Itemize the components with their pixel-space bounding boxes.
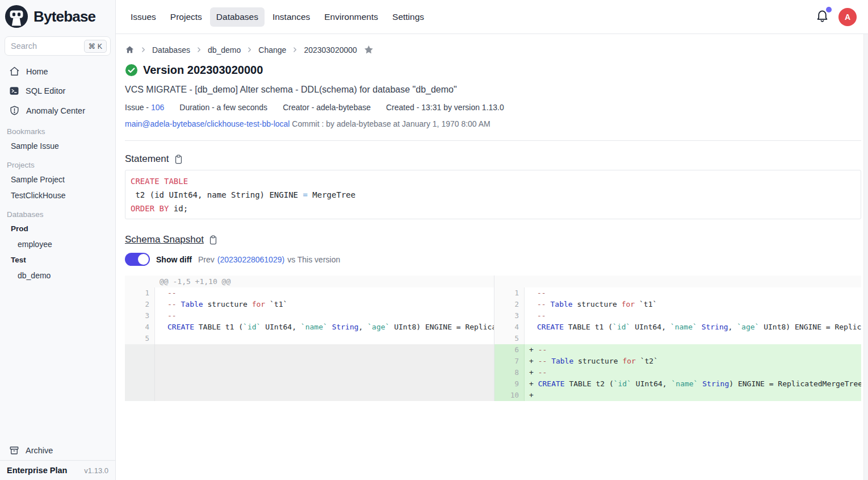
top-navigation: IssuesProjectsDatabasesInstancesEnvironm… bbox=[116, 0, 868, 34]
main-content: Databasesdb_demoChange202303020000 Versi… bbox=[116, 34, 868, 480]
tab-settings[interactable]: Settings bbox=[386, 7, 430, 27]
diff-line-code: + -- Table structure for `t2` bbox=[525, 356, 861, 367]
sidebar-item-label: Home bbox=[26, 67, 48, 76]
bookmark-star-icon[interactable] bbox=[363, 44, 374, 55]
sidebar-item-db-demo[interactable]: db_demo bbox=[0, 268, 115, 283]
diff-line-number: 7 bbox=[494, 356, 525, 367]
chevron-right-icon bbox=[246, 46, 253, 53]
chevron-right-icon bbox=[140, 46, 147, 53]
sidebar-item-archive[interactable]: Archive bbox=[0, 441, 115, 460]
diff-line: 1-- bbox=[494, 287, 861, 299]
sidebar-section-databases: Databases bbox=[0, 203, 115, 221]
sidebar-item-prod[interactable]: Prod bbox=[0, 221, 115, 236]
diff-line-number: 4 bbox=[125, 322, 155, 333]
statement-heading: Statement bbox=[125, 153, 169, 165]
diff-line: 4CREATE TABLE t1 (`id` UInt64, `name` St… bbox=[494, 322, 861, 333]
vs-label: vs This version bbox=[287, 255, 340, 264]
diff-line-code: + bbox=[525, 390, 861, 401]
diff-line-code: -- bbox=[155, 310, 494, 322]
diff-line-number: 3 bbox=[125, 310, 155, 322]
meta-item-2: Creator - adela-bytebase bbox=[283, 103, 371, 112]
topnav-tabs: IssuesProjectsDatabasesInstancesEnvironm… bbox=[124, 7, 430, 27]
sidebar-item-sample-issue[interactable]: Sample Issue bbox=[0, 138, 115, 154]
sidebar: Bytebase Search ⌘ K HomeSQL EditorAnomal… bbox=[0, 0, 116, 480]
diff-hunk-header: @@ -1,5 +1,10 @@ bbox=[125, 276, 494, 287]
diff-line: 2-- Table structure for `t1` bbox=[125, 299, 494, 310]
breadcrumb-item-change[interactable]: Change bbox=[258, 45, 286, 55]
sidebar-nav: HomeSQL EditorAnomaly Center bbox=[0, 61, 115, 120]
diff-line-code: -- bbox=[155, 287, 494, 299]
bytebase-robot-logo bbox=[5, 5, 28, 28]
home-icon bbox=[9, 66, 20, 77]
breadcrumb: Databasesdb_demoChange202303020000 bbox=[125, 44, 861, 55]
sidebar-item-sql-editor[interactable]: SQL Editor bbox=[0, 81, 115, 101]
sidebar-item-anomaly-center[interactable]: Anomaly Center bbox=[0, 101, 115, 120]
toggle-knob bbox=[138, 254, 149, 265]
show-diff-toggle[interactable] bbox=[125, 253, 150, 266]
notification-badge bbox=[826, 7, 832, 12]
schema-snapshot-heading[interactable]: Schema Snapshot bbox=[125, 234, 204, 245]
diff-line-number: 4 bbox=[494, 322, 525, 333]
meta-item-3: Created - 13:31 by version 1.13.0 bbox=[386, 103, 504, 112]
chevron-right-icon bbox=[195, 46, 203, 53]
section-divider bbox=[125, 140, 861, 141]
scrollbar[interactable] bbox=[863, 34, 868, 480]
sidebar-item-label: Anomaly Center bbox=[26, 106, 85, 115]
sidebar-item-sample-project[interactable]: Sample Project bbox=[0, 172, 115, 187]
bytebase-logo[interactable]: Bytebase bbox=[0, 0, 115, 32]
diff-hunk-header bbox=[494, 276, 861, 287]
commit-row: main@adela-bytebase/clickhouse-test-bb-l… bbox=[125, 119, 861, 128]
statement-code-block[interactable]: CREATE TABLE t2 (id UInt64, name String)… bbox=[125, 170, 861, 219]
diff-line-code: + CREATE TABLE t2 (`id` UInt64, `name` S… bbox=[525, 378, 861, 390]
diff-line-code: -- bbox=[525, 310, 861, 322]
copy-statement-button[interactable] bbox=[174, 154, 183, 165]
branch-link[interactable]: main@adela-bytebase/clickhouse-test-bb-l… bbox=[125, 119, 290, 128]
breadcrumb-item-db-demo[interactable]: db_demo bbox=[208, 45, 241, 55]
shield-icon bbox=[9, 105, 20, 116]
sidebar-item-testclickhouse[interactable]: TestClickHouse bbox=[0, 187, 115, 203]
tab-databases[interactable]: Databases bbox=[210, 7, 265, 27]
plan-label: Enterprise Plan bbox=[7, 466, 67, 475]
avatar[interactable]: A bbox=[838, 8, 857, 26]
sidebar-item-employee[interactable]: employee bbox=[0, 236, 115, 252]
prev-version-link[interactable]: (20230228061029) bbox=[217, 255, 284, 264]
diff-line: 5 bbox=[125, 333, 494, 344]
diff-line: 1-- bbox=[125, 287, 494, 299]
diff-line-code: + -- bbox=[525, 344, 861, 356]
chevron-right-icon bbox=[291, 46, 299, 53]
tab-instances[interactable]: Instances bbox=[266, 7, 316, 27]
diff-line: 3-- bbox=[494, 310, 861, 322]
prev-label: Prev bbox=[198, 255, 215, 264]
version-label: v1.13.0 bbox=[84, 466, 108, 475]
statement-line-2: t2 (id UInt64, name String) ENGINE = Mer… bbox=[131, 188, 861, 202]
diff-line: 2-- Table structure for `t1` bbox=[494, 299, 861, 310]
breadcrumb-item-202303020000[interactable]: 202303020000 bbox=[304, 45, 357, 55]
breadcrumb-item-databases[interactable]: Databases bbox=[152, 45, 190, 55]
copy-snapshot-button[interactable] bbox=[208, 235, 218, 245]
tab-issues[interactable]: Issues bbox=[124, 7, 162, 27]
diff-line-code: -- bbox=[525, 287, 861, 299]
meta-item-1: Duration - a few seconds bbox=[179, 103, 267, 112]
tab-environments[interactable]: Environments bbox=[318, 7, 384, 27]
home-breadcrumb-icon[interactable] bbox=[125, 45, 135, 55]
tab-projects[interactable]: Projects bbox=[164, 7, 208, 27]
diff-line-code: -- Table structure for `t1` bbox=[525, 299, 861, 310]
issue-link[interactable]: 106 bbox=[151, 103, 164, 112]
diff-line: 10+ bbox=[494, 390, 861, 401]
sidebar-item-test[interactable]: Test bbox=[0, 252, 115, 268]
meta-label: Issue - bbox=[125, 103, 151, 112]
statement-line-3: ORDER BY id; bbox=[131, 202, 861, 215]
migration-subtitle: VCS MIGRATE - [db_demo] Alter schema - D… bbox=[125, 85, 861, 95]
diff-line-code: -- Table structure for `t1` bbox=[155, 299, 494, 310]
meta-row: Issue - 106Duration - a few secondsCreat… bbox=[125, 103, 861, 112]
diff-line-number: 10 bbox=[494, 390, 525, 401]
plan-footer: Enterprise Plan v1.13.0 bbox=[0, 460, 115, 480]
notifications-button[interactable] bbox=[815, 9, 829, 25]
search-shortcut-badge: ⌘ K bbox=[84, 40, 107, 53]
diff-line-number: 6 bbox=[494, 344, 525, 356]
sidebar-section-projects: Projects bbox=[0, 154, 115, 172]
search-input[interactable]: Search ⌘ K bbox=[5, 36, 111, 56]
schema-diff-viewer[interactable]: @@ -1,5 +1,10 @@1--2-- Table structure f… bbox=[125, 276, 861, 401]
sidebar-item-home[interactable]: Home bbox=[0, 61, 115, 81]
diff-line: 8+ -- bbox=[494, 367, 861, 378]
